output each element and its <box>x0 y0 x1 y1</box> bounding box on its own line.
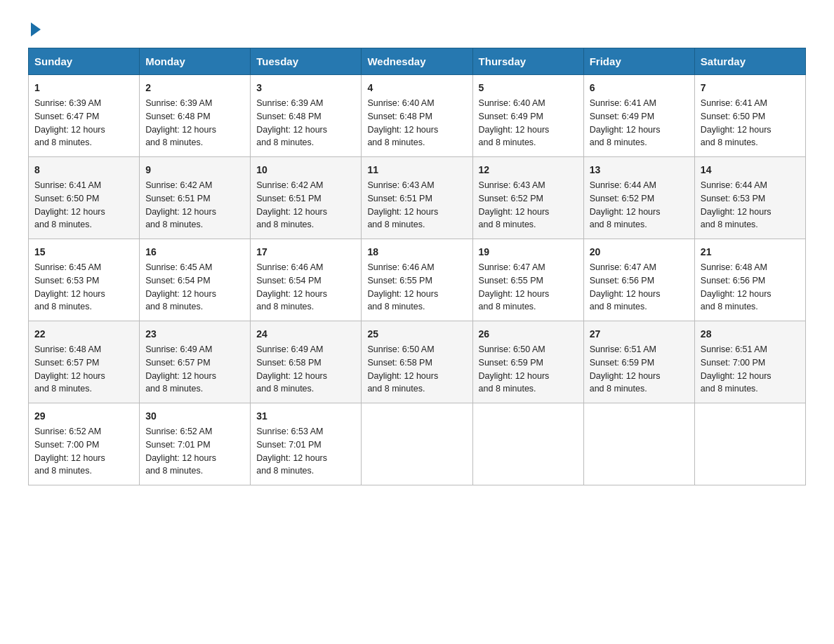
sunset-text: Sunset: 6:55 PM <box>367 276 432 286</box>
sunset-text: Sunset: 6:48 PM <box>145 112 210 121</box>
daylight-text: Daylight: 12 hours <box>145 207 216 217</box>
sunrise-text: Sunrise: 6:42 AM <box>145 180 212 190</box>
sunrise-text: Sunrise: 6:50 AM <box>479 344 545 354</box>
sunset-text: Sunset: 6:50 PM <box>34 194 99 203</box>
day-cell: 4Sunrise: 6:40 AMSunset: 6:48 PMDaylight… <box>362 75 472 157</box>
daylight-text-cont: and 8 minutes. <box>145 302 203 311</box>
day-number: 27 <box>590 327 689 342</box>
day-number: 19 <box>479 245 578 260</box>
day-number: 22 <box>34 327 133 342</box>
sunset-text: Sunset: 7:01 PM <box>256 440 321 450</box>
day-cell: 29Sunrise: 6:52 AMSunset: 7:00 PMDayligh… <box>29 403 140 485</box>
day-cell: 8Sunrise: 6:41 AMSunset: 6:50 PMDaylight… <box>29 157 140 239</box>
sunrise-text: Sunrise: 6:39 AM <box>256 98 323 108</box>
daylight-text-cont: and 8 minutes. <box>256 220 314 229</box>
daylight-text-cont: and 8 minutes. <box>145 137 203 147</box>
sunset-text: Sunset: 7:00 PM <box>701 358 765 368</box>
sunset-text: Sunset: 6:54 PM <box>256 276 321 286</box>
day-cell: 2Sunrise: 6:39 AMSunset: 6:48 PMDaylight… <box>140 75 251 157</box>
daylight-text: Daylight: 12 hours <box>479 207 550 217</box>
daylight-text-cont: and 8 minutes. <box>34 466 92 476</box>
daylight-text: Daylight: 12 hours <box>145 125 216 135</box>
sunset-text: Sunset: 6:52 PM <box>479 194 543 203</box>
day-number: 28 <box>701 327 800 342</box>
day-number: 12 <box>479 163 578 177</box>
daylight-text: Daylight: 12 hours <box>479 289 550 299</box>
sunset-text: Sunset: 6:58 PM <box>256 358 321 368</box>
sunset-text: Sunset: 6:49 PM <box>590 112 654 121</box>
logo <box>28 21 41 34</box>
sunrise-text: Sunrise: 6:52 AM <box>145 427 212 436</box>
daylight-text: Daylight: 12 hours <box>256 207 327 217</box>
sunset-text: Sunset: 6:55 PM <box>479 276 543 286</box>
daylight-text-cont: and 8 minutes. <box>479 384 536 394</box>
calendar-header: SundayMondayTuesdayWednesdayThursdayFrid… <box>29 48 806 75</box>
sunset-text: Sunset: 6:51 PM <box>367 194 432 203</box>
day-number: 30 <box>145 409 244 424</box>
daylight-text-cont: and 8 minutes. <box>701 220 758 229</box>
sunrise-text: Sunrise: 6:47 AM <box>590 262 656 272</box>
daylight-text: Daylight: 12 hours <box>701 207 772 217</box>
sunrise-text: Sunrise: 6:43 AM <box>479 180 545 190</box>
day-cell: 28Sunrise: 6:51 AMSunset: 7:00 PMDayligh… <box>694 321 805 403</box>
sunset-text: Sunset: 6:57 PM <box>34 358 99 368</box>
week-row-4: 22Sunrise: 6:48 AMSunset: 6:57 PMDayligh… <box>29 321 806 403</box>
logo-arrow-icon <box>31 22 41 36</box>
sunset-text: Sunset: 6:54 PM <box>145 276 210 286</box>
sunset-text: Sunset: 6:57 PM <box>145 358 210 368</box>
daylight-text: Daylight: 12 hours <box>590 371 661 381</box>
header-cell-friday: Friday <box>583 48 694 75</box>
daylight-text-cont: and 8 minutes. <box>145 466 203 476</box>
daylight-text-cont: and 8 minutes. <box>479 137 536 147</box>
day-cell: 20Sunrise: 6:47 AMSunset: 6:56 PMDayligh… <box>583 239 694 321</box>
daylight-text-cont: and 8 minutes. <box>367 220 425 229</box>
day-number: 15 <box>34 245 133 260</box>
sunset-text: Sunset: 6:53 PM <box>701 194 765 203</box>
daylight-text-cont: and 8 minutes. <box>34 302 92 311</box>
day-cell: 24Sunrise: 6:49 AMSunset: 6:58 PMDayligh… <box>251 321 362 403</box>
day-number: 13 <box>590 163 689 177</box>
sunrise-text: Sunrise: 6:43 AM <box>367 180 434 190</box>
daylight-text-cont: and 8 minutes. <box>34 137 92 147</box>
day-number: 26 <box>479 327 578 342</box>
day-cell: 30Sunrise: 6:52 AMSunset: 7:01 PMDayligh… <box>140 403 251 485</box>
day-cell: 15Sunrise: 6:45 AMSunset: 6:53 PMDayligh… <box>29 239 140 321</box>
daylight-text: Daylight: 12 hours <box>145 289 216 299</box>
sunset-text: Sunset: 6:59 PM <box>479 358 543 368</box>
day-number: 10 <box>256 163 355 177</box>
day-number: 11 <box>367 163 466 177</box>
daylight-text: Daylight: 12 hours <box>34 371 105 381</box>
daylight-text-cont: and 8 minutes. <box>34 384 92 394</box>
day-cell: 13Sunrise: 6:44 AMSunset: 6:52 PMDayligh… <box>583 157 694 239</box>
daylight-text: Daylight: 12 hours <box>479 125 550 135</box>
day-cell: 27Sunrise: 6:51 AMSunset: 6:59 PMDayligh… <box>583 321 694 403</box>
daylight-text: Daylight: 12 hours <box>590 207 661 217</box>
daylight-text: Daylight: 12 hours <box>367 207 438 217</box>
sunrise-text: Sunrise: 6:40 AM <box>367 98 434 108</box>
sunset-text: Sunset: 6:52 PM <box>590 194 654 203</box>
day-number: 17 <box>256 245 355 260</box>
day-number: 31 <box>256 409 355 424</box>
daylight-text-cont: and 8 minutes. <box>256 466 314 476</box>
day-number: 20 <box>590 245 689 260</box>
day-cell: 7Sunrise: 6:41 AMSunset: 6:50 PMDaylight… <box>694 75 805 157</box>
daylight-text: Daylight: 12 hours <box>256 289 327 299</box>
daylight-text-cont: and 8 minutes. <box>701 302 758 311</box>
daylight-text-cont: and 8 minutes. <box>367 302 425 311</box>
sunrise-text: Sunrise: 6:51 AM <box>590 344 656 354</box>
calendar-body: 1Sunrise: 6:39 AMSunset: 6:47 PMDaylight… <box>29 75 806 485</box>
day-cell: 23Sunrise: 6:49 AMSunset: 6:57 PMDayligh… <box>140 321 251 403</box>
sunrise-text: Sunrise: 6:41 AM <box>701 98 767 108</box>
sunrise-text: Sunrise: 6:48 AM <box>34 344 101 354</box>
daylight-text: Daylight: 12 hours <box>256 371 327 381</box>
day-cell: 3Sunrise: 6:39 AMSunset: 6:48 PMDaylight… <box>251 75 362 157</box>
sunrise-text: Sunrise: 6:41 AM <box>590 98 656 108</box>
daylight-text-cont: and 8 minutes. <box>701 137 758 147</box>
daylight-text: Daylight: 12 hours <box>367 289 438 299</box>
sunrise-text: Sunrise: 6:51 AM <box>701 344 767 354</box>
daylight-text-cont: and 8 minutes. <box>590 137 647 147</box>
day-cell: 31Sunrise: 6:53 AMSunset: 7:01 PMDayligh… <box>251 403 362 485</box>
daylight-text: Daylight: 12 hours <box>145 453 216 463</box>
sunset-text: Sunset: 6:53 PM <box>34 276 99 286</box>
sunrise-text: Sunrise: 6:46 AM <box>367 262 434 272</box>
